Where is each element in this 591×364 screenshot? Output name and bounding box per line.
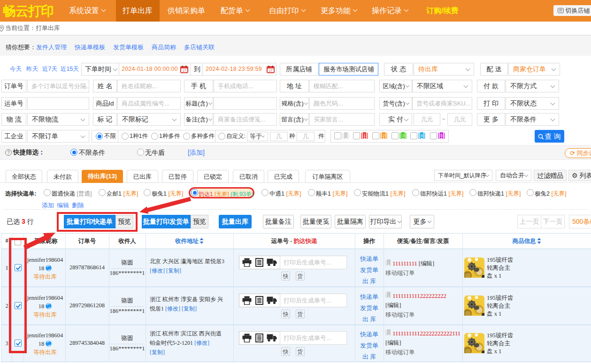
svg-text:3: 3 — [402, 133, 404, 138]
svg-text:5: 5 — [440, 133, 443, 138]
svg-text:4: 4 — [421, 133, 423, 138]
svg-text:17: 17 — [183, 69, 186, 72]
svg-text:17: 17 — [269, 69, 273, 72]
svg-text:1: 1 — [363, 133, 366, 138]
svg-text:2: 2 — [383, 133, 385, 138]
